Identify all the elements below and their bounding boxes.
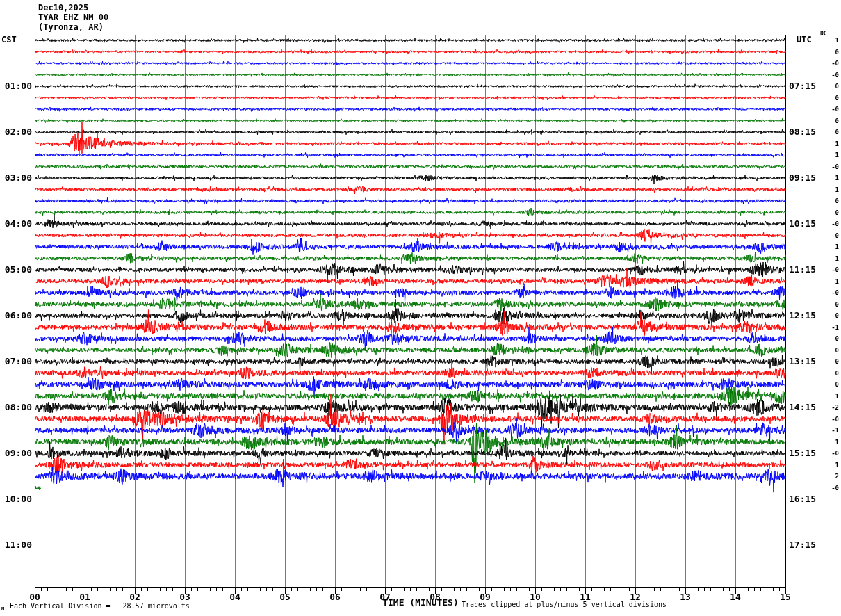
dc-offset-value: 0 (826, 95, 839, 102)
dc-offset-value: 0 (826, 49, 839, 56)
dc-offset-value: 0 (826, 129, 839, 136)
dc-offset-value: 1 (826, 186, 839, 193)
right-time-label: 11:15 (789, 265, 824, 275)
right-time-label: 17:15 (789, 540, 824, 550)
right-time-label: 08:15 (789, 127, 824, 137)
x-tick-label: 01 (75, 592, 95, 602)
dc-offset-value: -1 (826, 427, 839, 434)
left-time-label: 02:00 (0, 127, 32, 137)
dc-offset-value: 0 (826, 197, 839, 204)
dc-offset-value: -2 (826, 404, 839, 411)
dc-offset-value: 1 (826, 152, 839, 159)
dc-offset-value: 0 (826, 209, 839, 216)
left-time-label: 08:00 (0, 403, 32, 412)
dc-offset-value: -0 (826, 266, 839, 273)
dc-offset-value: 1 (826, 278, 839, 285)
dc-offset-value: 0 (826, 335, 839, 342)
title-station: TYAR EHZ NM 00 (38, 13, 108, 22)
dc-offset-value: 1 (826, 140, 839, 147)
dc-offset-value: -0 (826, 60, 839, 67)
dc-offset-value: 1 (826, 439, 839, 446)
left-timezone-label: CST (1, 35, 17, 44)
x-tick-label: 03 (175, 592, 195, 602)
x-tick-label: 02 (125, 592, 145, 602)
dc-offset-value: 0 (826, 301, 839, 308)
left-time-label: 11:00 (0, 540, 32, 550)
title-location: (Tyronza, AR) (38, 22, 108, 32)
dc-offset-value: -0 (826, 289, 839, 296)
dc-offset-value: -0 (826, 106, 839, 113)
left-time-label: 06:00 (0, 311, 32, 321)
right-time-label: 13:15 (789, 357, 824, 366)
dc-column-label: DC (820, 31, 827, 37)
right-time-label: 07:15 (789, 81, 824, 91)
left-time-label: 10:00 (0, 494, 32, 504)
dc-offset-value: 0 (826, 347, 839, 354)
right-time-label: 14:15 (789, 403, 824, 412)
dc-offset-value: 1 (826, 175, 839, 181)
dc-offset-value: 0 (826, 358, 839, 365)
dc-offset-value: 0 (826, 381, 839, 388)
dc-offset-value: -0 (826, 72, 839, 79)
x-tick-label: 04 (225, 592, 245, 602)
dc-offset-value: -0 (826, 220, 839, 227)
left-time-label: 01:00 (0, 81, 32, 91)
x-tick-label: 13 (676, 592, 695, 602)
header: Dec10,2025 TYAR EHZ NM 00 (Tyronza, AR) (38, 3, 108, 32)
dc-offset-value: 0 (826, 117, 839, 124)
x-tick-label: 05 (275, 592, 295, 602)
x-tick-label: 15 (776, 592, 795, 602)
clip-note: Traces clipped at plus/minus 5 vertical … (462, 601, 667, 608)
x-tick-label: 00 (25, 592, 44, 602)
dc-offset-value: 0 (826, 312, 839, 319)
left-time-label: 04:00 (0, 219, 32, 229)
corner-glyph: M (1, 606, 4, 612)
scale-note: Each Vertical Division = 28.57 microvolt… (10, 602, 190, 610)
title-date: Dec10,2025 (38, 3, 108, 13)
left-time-label: 03:00 (0, 173, 32, 183)
right-time-label: 12:15 (789, 311, 824, 321)
left-time-label: 07:00 (0, 357, 32, 366)
dc-offset-value: 2 (826, 473, 839, 480)
right-time-label: 15:15 (789, 448, 824, 458)
dc-offset-value: 1 (826, 462, 839, 469)
dc-offset-value: -0 (826, 485, 839, 492)
left-time-label: 09:00 (0, 448, 32, 458)
dc-offset-value: -0 (826, 416, 839, 423)
dc-offset-value: -0 (826, 450, 839, 457)
right-time-label: 09:15 (789, 173, 824, 183)
right-time-label: 10:15 (789, 219, 824, 229)
dc-offset-value: -0 (826, 163, 839, 170)
dc-offset-value: 1 (826, 37, 839, 44)
helicorder-page: Dec10,2025 TYAR EHZ NM 00 (Tyronza, AR) … (0, 0, 841, 616)
x-tick-label: 14 (726, 592, 745, 602)
dc-offset-value: 0 (826, 232, 839, 239)
dc-offset-value: 1 (826, 243, 839, 250)
left-time-label: 05:00 (0, 265, 32, 275)
dc-offset-value: 0 (826, 370, 839, 377)
right-timezone-label: UTC (797, 35, 812, 44)
dc-offset-value: -1 (826, 324, 839, 331)
seismogram-canvas (0, 0, 841, 616)
right-time-label: 16:15 (789, 494, 824, 504)
dc-offset-value: 0 (826, 83, 839, 90)
dc-offset-value: 1 (826, 255, 839, 262)
dc-offset-value: 1 (826, 393, 839, 400)
